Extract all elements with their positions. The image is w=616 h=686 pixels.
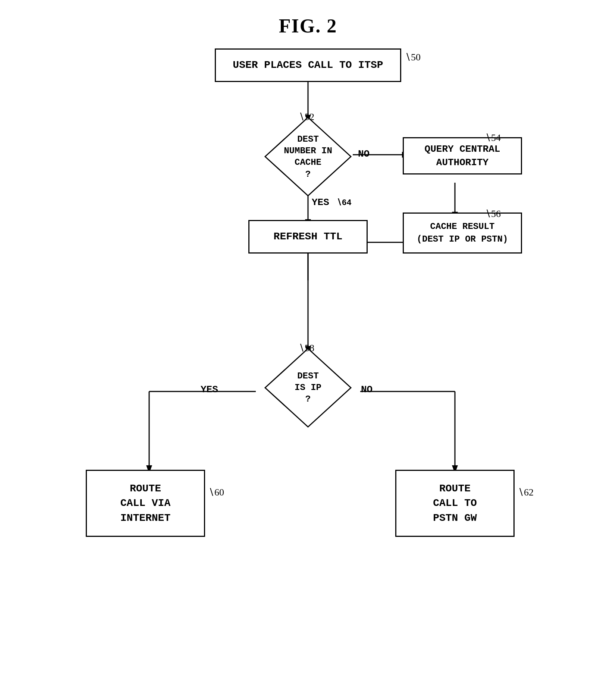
query-box: QUERY CENTRAL AUTHORITY [403, 137, 522, 174]
label-yes1: YES ∖64 [312, 197, 352, 208]
ref-62: ∖62 [518, 487, 534, 498]
ref-54: ∖54 [485, 132, 501, 144]
diamond2-text: DESTIS IP? [282, 370, 334, 405]
diamond1-text: DESTNUMBER INCACHE? [282, 133, 334, 180]
ref-58: ∖58 [298, 342, 314, 354]
ref-60: ∖60 [208, 487, 224, 498]
diamond1-container: DESTNUMBER INCACHE? [263, 116, 353, 198]
refresh-box: REFRESH TTL [248, 220, 368, 254]
route-internet-box: ROUTE CALL VIA INTERNET [86, 470, 205, 537]
cache-result-box: CACHE RESULT (DEST IP OR PSTN) [403, 213, 522, 254]
route-pstn-box: ROUTE CALL TO PSTN GW [395, 470, 515, 537]
label-yes2: YES [201, 384, 218, 395]
diagram-container: FIG. 2 [0, 0, 616, 686]
start-box: USER PLACES CALL TO ITSP [215, 48, 401, 82]
label-no2: NO [361, 384, 373, 395]
ref-50: ∖50 [405, 51, 421, 63]
ref-52: ∖52 [298, 111, 314, 123]
figure-title: FIG. 2 [279, 15, 337, 37]
diamond2-container: DESTIS IP? [263, 347, 353, 429]
ref-56: ∖56 [485, 208, 501, 220]
label-no1: NO [358, 148, 370, 160]
